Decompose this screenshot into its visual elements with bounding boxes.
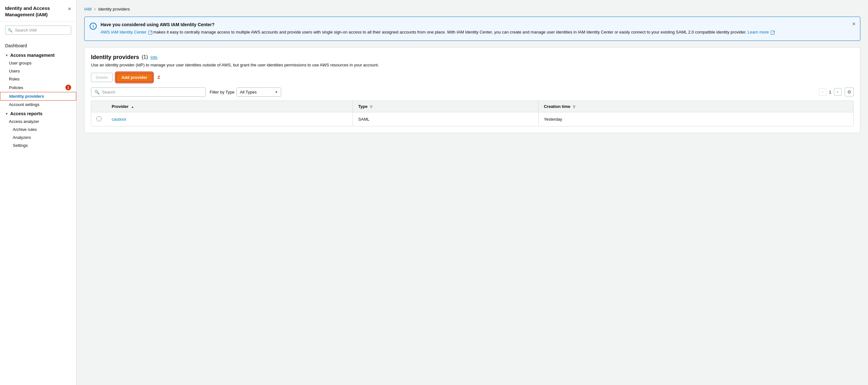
delete-button[interactable]: Delete	[91, 73, 113, 82]
info-banner-content: Have you considered using AWS IAM Identi…	[100, 22, 847, 35]
col-header-provider[interactable]: Provider ▲	[106, 101, 352, 112]
col-header-type[interactable]: Type ▽	[353, 101, 538, 112]
sidebar: Identity and AccessManagement (IAM) × 🔍 …	[0, 0, 76, 385]
row-provider-name: casdoor	[106, 112, 352, 126]
row-radio-button[interactable]	[96, 116, 101, 121]
sidebar-item-policies[interactable]: Policies 1	[0, 83, 76, 92]
pagination-next-button[interactable]: ›	[834, 88, 841, 96]
breadcrumb-separator: ›	[94, 6, 96, 11]
card-title: Identity providers	[91, 54, 139, 61]
sidebar-search-icon: 🔍	[8, 28, 12, 33]
table-controls-right: ‹ 1 › ⚙	[819, 87, 854, 96]
sidebar-header: Identity and AccessManagement (IAM) ×	[0, 0, 76, 22]
table-settings-button[interactable]: ⚙	[845, 87, 854, 96]
col-header-creation-time[interactable]: Creation time ▽	[539, 101, 853, 112]
identity-providers-table: Provider ▲ Type ▽ Creation time ▽	[91, 101, 853, 126]
breadcrumb-current: Identity providers	[98, 7, 130, 11]
identity-providers-card: Identity providers (1) Info Use an ident…	[84, 47, 860, 133]
sidebar-item-roles[interactable]: Roles	[0, 75, 76, 83]
sidebar-item-account-settings[interactable]: Account settings	[0, 100, 76, 109]
sidebar-item-users[interactable]: Users	[0, 67, 76, 75]
filter-dropdown: Filter by Type All Types SAML OpenID Con…	[210, 87, 281, 97]
row-creation-time: Yesterday	[539, 112, 853, 126]
col-header-radio	[91, 101, 106, 112]
info-banner-text: AWS IAM Identity Center makes it easy to…	[100, 29, 847, 35]
sidebar-item-user-groups[interactable]: User groups	[0, 59, 76, 67]
sidebar-title: Identity and AccessManagement (IAM)	[5, 5, 50, 18]
table-controls: 🔍 Filter by Type All Types SAML OpenID C…	[91, 87, 854, 97]
table-search-input[interactable]	[102, 90, 202, 94]
breadcrumb-iam-link[interactable]: IAM	[84, 7, 92, 11]
info-banner: i Have you considered using AWS IAM Iden…	[84, 17, 860, 41]
sort-asc-icon: ▲	[131, 105, 134, 109]
row-radio-cell	[91, 112, 106, 126]
provider-link[interactable]: casdoor	[112, 117, 126, 122]
sidebar-item-settings[interactable]: Settings	[0, 141, 76, 149]
pagination-prev-button[interactable]: ‹	[819, 88, 827, 96]
sidebar-search-wrapper: 🔍	[5, 26, 71, 35]
card-header: Identity providers (1) Info	[91, 54, 854, 61]
info-link[interactable]: Info	[151, 55, 158, 60]
sidebar-section-access-management[interactable]: ▼ Access management	[0, 50, 76, 59]
policies-badge: 1	[65, 85, 71, 90]
table-row: casdoor SAML Yesterday	[91, 112, 853, 126]
main-content: IAM › Identity providers i Have you cons…	[76, 0, 868, 385]
close-icon[interactable]: ×	[68, 6, 71, 12]
learn-more-link[interactable]: Learn more	[748, 30, 775, 34]
sidebar-item-analyzers[interactable]: Analyzers	[0, 134, 76, 141]
sidebar-item-access-analyzer[interactable]: Access analyzer	[0, 117, 76, 125]
table-controls-left: 🔍 Filter by Type All Types SAML OpenID C…	[91, 87, 281, 97]
chevron-icon: ▼	[5, 54, 8, 57]
sidebar-item-dashboard[interactable]: Dashboard	[0, 41, 76, 50]
pagination: ‹ 1 ›	[819, 88, 841, 96]
filter-select-wrapper: All Types SAML OpenID Connect	[237, 87, 281, 97]
search-box: 🔍	[91, 87, 206, 97]
row-type: SAML	[353, 112, 538, 126]
sidebar-section-access-reports[interactable]: ▼ Access reports	[0, 109, 76, 117]
external-link-icon-2	[771, 31, 775, 34]
step-badge: 2	[157, 75, 160, 80]
card-count: (1)	[142, 54, 148, 60]
pagination-current: 1	[829, 90, 831, 94]
info-banner-title: Have you considered using AWS IAM Identi…	[100, 22, 847, 27]
sidebar-item-identity-providers[interactable]: Identity providers	[0, 92, 76, 100]
iam-identity-center-link[interactable]: AWS IAM Identity Center	[100, 30, 152, 34]
toolbar: Delete Add provider 2	[91, 72, 854, 82]
card-description: Use an identity provider (IdP) to manage…	[91, 63, 854, 67]
add-provider-button[interactable]: Add provider	[116, 72, 153, 82]
external-link-icon	[148, 31, 152, 34]
sidebar-search-input[interactable]	[5, 26, 71, 35]
info-banner-icon: i	[90, 23, 97, 30]
breadcrumb: IAM › Identity providers	[84, 6, 860, 11]
sidebar-item-archive-rules[interactable]: Archive rules	[0, 125, 76, 134]
table-wrapper: Provider ▲ Type ▽ Creation time ▽	[91, 100, 854, 126]
filter-label: Filter by Type	[210, 90, 235, 94]
sort-desc-icon-2: ▽	[573, 105, 576, 109]
search-icon: 🔍	[94, 90, 99, 94]
filter-type-select[interactable]: All Types SAML OpenID Connect	[237, 87, 281, 97]
sidebar-nav: Dashboard ▼ Access management User group…	[0, 39, 76, 152]
chevron-icon: ▼	[5, 112, 8, 116]
info-banner-close-icon[interactable]: ×	[852, 21, 856, 27]
sort-desc-icon: ▽	[370, 105, 372, 109]
